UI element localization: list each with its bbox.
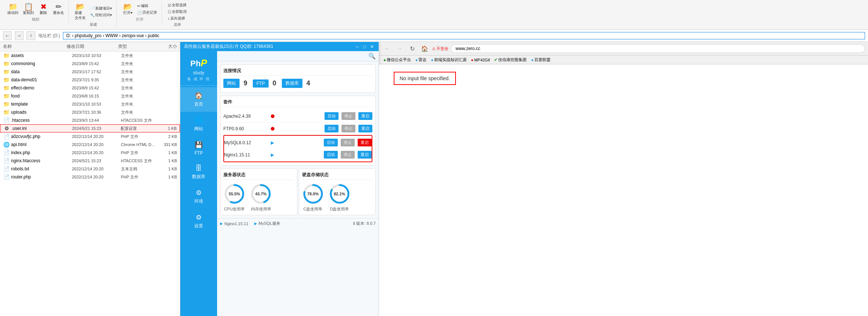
apache-stop-button[interactable]: 停止 bbox=[341, 112, 355, 120]
list-item[interactable]: 📁 uploads 2023/7/21 10:36 文件夹 bbox=[0, 108, 180, 116]
open-button[interactable]: 📂 打开▾ bbox=[121, 2, 134, 16]
cpu-gauge: 55.5% CPU使用率 bbox=[223, 183, 245, 212]
list-item[interactable]: 📁 effect-demo 2023/8/9 15:42 文件夹 bbox=[0, 84, 180, 92]
new-folder-button[interactable]: 📂 新建文件夹 bbox=[73, 2, 87, 21]
list-item[interactable]: 📄 router.php 2022/12/14 20:20 PHP 文件 1 K… bbox=[0, 173, 180, 181]
browser-home-button[interactable]: 🏠 bbox=[419, 43, 430, 54]
organize-group-label: 组织 bbox=[32, 17, 39, 22]
phpstudy-footer: ▶ Nginx1.15.11 ▶ MySQL服务 ℹ 版本: 8.0.7 bbox=[217, 218, 379, 228]
php-icon: 📄 bbox=[3, 134, 10, 139]
phpstudy-title: 高性能云服务器最低15元/月 QQ群: 17664361 bbox=[184, 43, 273, 50]
new-item-button[interactable]: 📄 新建项目▾ bbox=[89, 6, 113, 11]
back-button[interactable]: ← bbox=[3, 31, 12, 40]
nginx-start-button[interactable]: 启动 bbox=[324, 151, 338, 159]
php-icon: 📄 bbox=[3, 174, 10, 180]
col-header-size: 大小 bbox=[157, 43, 177, 50]
mysql-status-indicator: ▶ bbox=[271, 140, 274, 145]
apache-restart-button[interactable]: 重启 bbox=[358, 112, 372, 120]
address-input[interactable] bbox=[63, 32, 865, 39]
memory-gauge: 43.7% 内存使用率 bbox=[250, 183, 272, 212]
ftp-restart-button[interactable]: 重启 bbox=[358, 125, 372, 132]
file-explorer: 名称 修改日期 类型 大小 📁 assets 2023/1/10 10:53 文… bbox=[0, 42, 180, 316]
search-icon[interactable]: 🔍 bbox=[368, 53, 376, 60]
mysql-start-button[interactable]: 启动 bbox=[324, 139, 338, 146]
phpstudy-close-button[interactable]: ✕ bbox=[369, 44, 375, 50]
bookmark-baidu[interactable]: ● 百度联盟 bbox=[529, 56, 552, 63]
history-button[interactable]: 🕐 历史记录 bbox=[136, 10, 159, 15]
bookmarks-bar: ● 微信公众平台 ● 雷达 ● 前端实战知识汇源 ● MP42Gif ✔ 佳信港… bbox=[379, 56, 868, 64]
apache-start-button[interactable]: 启动 bbox=[325, 112, 339, 120]
up-button[interactable]: ↑ bbox=[26, 31, 35, 40]
toolbar-group-open: 📂 打开▾ ✏ 编辑 🕐 历史记录 打开 bbox=[118, 1, 162, 23]
cpu-percent: 55.5% bbox=[228, 192, 240, 196]
bookmark-wechat[interactable]: ● 微信公众平台 bbox=[382, 56, 412, 63]
list-item[interactable]: 📁 assets 2023/1/10 10:53 文件夹 bbox=[0, 52, 180, 60]
browser-back-button[interactable]: ← bbox=[382, 43, 392, 54]
folder-icon: 📁 bbox=[3, 77, 10, 83]
file-list-header: 名称 修改日期 类型 大小 bbox=[0, 42, 180, 52]
ftp-start-button[interactable]: 启动 bbox=[325, 125, 339, 132]
mysql-restart-button[interactable]: 重启 bbox=[358, 139, 372, 146]
toolbar: 📁 移动到 📋 复制到 ✖ 删除 ✏ 重命名 组织 📂 新建文件夹 bbox=[0, 0, 868, 30]
bookmark-frontend[interactable]: ● 前端实战知识汇源 bbox=[429, 56, 468, 63]
bookmark-mp42gif[interactable]: ● MP42Gif bbox=[470, 57, 491, 63]
folder-icon: 📁 bbox=[3, 101, 10, 107]
delete-button[interactable]: ✖ 删除 bbox=[37, 2, 50, 16]
edit-button[interactable]: ✏ 编辑 bbox=[136, 3, 159, 9]
open-group-label: 打开 bbox=[136, 17, 144, 22]
list-item[interactable]: 📁 data-demo01 2023/7/21 9:35 文件夹 bbox=[0, 76, 180, 84]
list-item-user-ini[interactable]: ⚙ .user.ini 2024/5/21 15:23 配置设置 1 KB bbox=[0, 124, 180, 132]
website-button[interactable]: 网站 bbox=[223, 79, 240, 88]
list-item[interactable]: 📄 nginx.htaccess 2024/5/21 15:23 HTACCES… bbox=[0, 157, 180, 165]
forward-button[interactable]: → bbox=[15, 31, 24, 40]
db-button[interactable]: 数据库 bbox=[282, 79, 302, 88]
select-all-button[interactable]: ☑ 全部选择 bbox=[166, 2, 188, 8]
phpstudy-nav-website[interactable]: 🌐 网站 bbox=[180, 112, 217, 136]
ftp-icon: 💾 bbox=[195, 141, 203, 149]
bookmark-radar[interactable]: ● 雷达 bbox=[414, 56, 428, 63]
disk-gauges: 78.0% C盘使用率 bbox=[302, 183, 373, 212]
list-item[interactable]: 📁 commonimg 2023/8/9 15:42 文件夹 bbox=[0, 60, 180, 68]
phpstudy-nav-database[interactable]: 🗄 数据库 bbox=[180, 160, 217, 184]
list-item[interactable]: 📄 index.php 2022/12/14 20:20 PHP 文件 1 KB bbox=[0, 149, 180, 157]
invert-select-button[interactable]: ↕ 反向选择 bbox=[166, 15, 188, 21]
ftp-stop-button[interactable]: 停止 bbox=[341, 125, 355, 132]
folder-icon: 📁 bbox=[3, 69, 10, 75]
browser-address-input[interactable] bbox=[451, 44, 865, 53]
ftp-conn: FTP 0 bbox=[253, 79, 279, 88]
list-item[interactable]: 📁 data 2023/1/17 17:52 文件夹 bbox=[0, 68, 180, 76]
list-item[interactable]: 📄 .htaccess 2023/9/3 13:44 HTACCESS 文件 bbox=[0, 116, 180, 124]
phpstudy-nav-home[interactable]: 🏠 首页 bbox=[180, 87, 217, 112]
nginx-restart-button[interactable]: 重启 bbox=[358, 151, 372, 159]
phpstudy-nav-ftp-label: FTP bbox=[195, 150, 203, 156]
phpstudy-minimize-button[interactable]: ─ bbox=[354, 44, 360, 50]
list-item[interactable]: 📄 robots.txt 2022/12/14 20:20 文本文档 1 KB bbox=[0, 165, 180, 173]
footer-nginx-label: Nginx1.15.11 bbox=[224, 221, 248, 226]
rename-button[interactable]: ✏ 重命名 bbox=[52, 2, 65, 16]
memory-percent: 43.7% bbox=[255, 192, 266, 196]
radar-icon: ● bbox=[415, 58, 418, 62]
phpstudy-logo-text: PhP study bbox=[182, 56, 216, 77]
ftp-button[interactable]: FTP bbox=[253, 79, 269, 88]
phpstudy-nav-settings[interactable]: ⚙ 设置 bbox=[180, 209, 217, 234]
cpu-label: CPU使用率 bbox=[224, 206, 245, 212]
list-item[interactable]: 📄 a0zcvuvfjc.php 2022/12/14 20:20 PHP 文件… bbox=[0, 132, 180, 141]
mysql-stop-button[interactable]: 停止 bbox=[341, 139, 355, 146]
browser-forward-button[interactable]: → bbox=[394, 43, 405, 54]
nginx-stop-button[interactable]: 停止 bbox=[341, 151, 355, 159]
browser-refresh-button[interactable]: ↻ bbox=[407, 43, 417, 54]
easy-access-button[interactable]: 🔧 经松访问▾ bbox=[89, 12, 113, 18]
list-item[interactable]: 🌐 api.html 2022/12/14 20:20 Chrome HTML … bbox=[0, 141, 180, 149]
list-item-template[interactable]: 📁 template 2023/1/10 10:53 文件夹 bbox=[0, 100, 180, 108]
copy-to-button[interactable]: 📋 复制到 bbox=[21, 2, 35, 16]
deselect-all-button[interactable]: ☐ 全部取消 bbox=[166, 9, 188, 15]
phpstudy-maximize-button[interactable]: □ bbox=[362, 44, 368, 50]
list-item-food[interactable]: 📁 food 2023/6/8 16:15 文件夹 bbox=[0, 92, 180, 100]
bookmark-jiaxin[interactable]: ✔ 佳信港控股集团 bbox=[493, 56, 528, 63]
phpstudy-nav-ftp[interactable]: 💾 FTP bbox=[180, 136, 217, 160]
phpstudy-nav-env[interactable]: ⚙ 环境 bbox=[180, 184, 217, 209]
config-icon: ⚙ bbox=[3, 125, 10, 131]
txt-icon: 📄 bbox=[3, 166, 10, 172]
memory-label: 内存使用率 bbox=[251, 206, 271, 212]
move-to-button[interactable]: 📁 移动到 bbox=[6, 2, 20, 16]
